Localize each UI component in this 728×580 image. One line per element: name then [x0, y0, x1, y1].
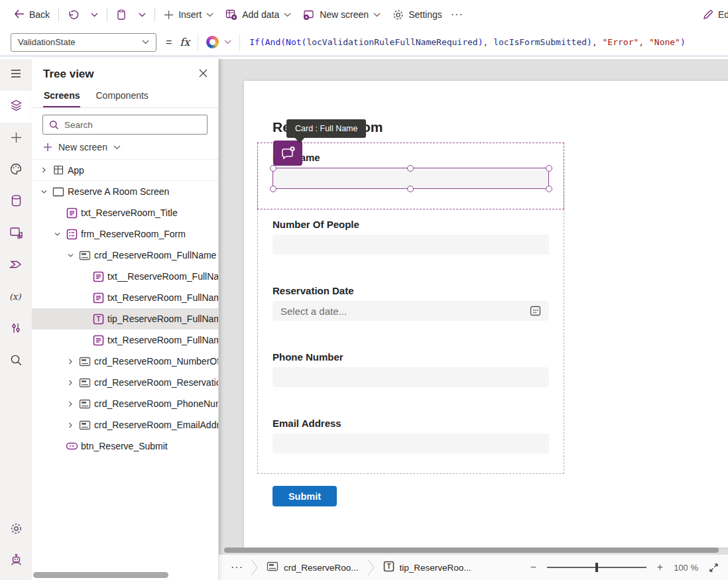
undo-dropdown-chevron[interactable] [85, 4, 104, 25]
formula-segment: If(And(Not( [249, 37, 306, 47]
fit-to-window-icon[interactable] [709, 563, 719, 573]
rail-virtual-agent-icon[interactable] [0, 546, 32, 577]
tree-item-label: txt__ReserveRoom_FullNameRequired [107, 271, 218, 282]
edit-button[interactable]: Edit [703, 0, 728, 29]
expander-closed-icon[interactable] [65, 379, 76, 386]
rail-insert-icon[interactable] [0, 123, 32, 154]
rail-data-icon[interactable] [0, 186, 32, 218]
field-label: Email Address [273, 418, 341, 429]
tree-item[interactable]: crd_ReserveRoom_ReservationDate [32, 372, 218, 393]
insert-button[interactable]: Insert [158, 4, 219, 25]
top-toolbar: Back Insert Add data New screen Settings… [0, 0, 728, 29]
zoom-slider[interactable] [547, 567, 646, 568]
panel-horizontal-scrollbar[interactable] [33, 572, 168, 578]
tree-item[interactable]: btn_Reserve_Submit [32, 435, 218, 457]
panel-title: Tree view [43, 68, 94, 81]
selection-handle[interactable] [270, 165, 276, 172]
calendar-icon[interactable] [530, 306, 541, 316]
rail-search-icon[interactable] [0, 345, 32, 377]
undo-button[interactable] [62, 4, 85, 25]
paste-button[interactable] [110, 4, 133, 25]
rail-theme-icon[interactable] [0, 154, 32, 186]
tree-item[interactable]: Reserve A Room Screen [32, 181, 218, 202]
scrollbar-thumb[interactable] [224, 548, 719, 553]
rail-media-icon[interactable] [0, 218, 32, 250]
tree-item[interactable]: crd_ReserveRoom_EmailAddress [32, 414, 218, 435]
toolbar-overflow-button[interactable]: ··· [448, 4, 466, 25]
zoom-in-button[interactable]: + [657, 561, 663, 573]
zoom-out-button[interactable]: − [530, 561, 536, 573]
add-data-button[interactable]: Add data [219, 4, 297, 25]
rail-power-automate-icon[interactable] [0, 250, 32, 282]
settings-button[interactable]: Settings [387, 4, 448, 25]
search-icon [10, 354, 23, 369]
field-placeholder: Select a date... [280, 306, 347, 317]
field-input[interactable] [273, 434, 549, 453]
selection-handle[interactable] [546, 165, 552, 172]
submit-button[interactable]: Submit [273, 486, 337, 506]
field-input[interactable] [273, 367, 549, 387]
expander-closed-icon[interactable] [65, 358, 76, 365]
expander-open-icon[interactable] [52, 231, 62, 238]
fx-label: fx [180, 36, 190, 48]
plus-icon [43, 143, 52, 152]
paste-dropdown-chevron[interactable] [133, 4, 152, 25]
expander-closed-icon[interactable] [65, 422, 76, 429]
button-icon [65, 442, 78, 450]
tab-screens[interactable]: Screens [43, 87, 80, 107]
rail-tree-view-icon[interactable] [0, 91, 32, 123]
tree-item[interactable]: txt__ReserveRoom_FullNameRequired [32, 266, 218, 287]
close-panel-button[interactable] [199, 68, 208, 80]
field-input[interactable]: Select a date... [273, 301, 549, 321]
canvas-page[interactable]: Reserve A Room Full Name Card : Full Nam… [244, 81, 728, 548]
tab-components[interactable]: Components [95, 87, 149, 107]
search-input[interactable]: Search [42, 115, 208, 135]
tree-item[interactable]: crd_ReserveRoom_FullName [32, 245, 218, 266]
new-screen-button[interactable]: New screen [297, 4, 387, 25]
tree-item[interactable]: txt_ReserveRoom_Title [32, 202, 218, 223]
selection-handle[interactable] [546, 186, 552, 192]
selection-handle[interactable] [407, 165, 414, 172]
selection-handle[interactable] [270, 186, 276, 192]
tree-item[interactable]: crd_ReserveRoom_NumberOfPeople [32, 351, 218, 372]
add-data-label: Add data [242, 9, 279, 20]
canvas-horizontal-scrollbar[interactable] [224, 548, 721, 553]
card-icon [78, 357, 91, 367]
tree-item[interactable]: frm_ReserveRoom_Form [32, 223, 218, 245]
chevron-down-icon [284, 13, 291, 17]
variables-icon: (x) [8, 290, 24, 305]
formula-text[interactable]: If(And(Not(locValidationRuleFullNameRequ… [240, 37, 685, 47]
zoom-slider-handle[interactable] [595, 563, 598, 572]
tree-item[interactable]: crd_ReserveRoom_PhoneNumber [32, 393, 218, 414]
copilot-button[interactable] [198, 29, 239, 55]
expander-closed-icon[interactable] [38, 166, 49, 174]
divider [58, 8, 59, 21]
advanced-tools-icon [10, 321, 22, 337]
field-input[interactable] [273, 235, 549, 255]
breadcrumb-overflow-button[interactable]: ··· [228, 561, 246, 573]
insert-label: Insert [178, 9, 202, 20]
property-selector[interactable]: ValidationState [11, 33, 156, 52]
expander-open-icon[interactable] [38, 188, 49, 196]
clipboard-icon [116, 9, 127, 21]
tree-item[interactable]: App [32, 160, 218, 181]
tree-item[interactable]: txt_ReserveRoom_FullNameErrorMessage [32, 287, 218, 308]
expander-open-icon[interactable] [65, 252, 76, 259]
breadcrumb-item[interactable]: Ttip_ReserveRoo... [379, 561, 475, 574]
tree-item-label: crd_ReserveRoom_ReservationDate [94, 377, 218, 388]
rail-settings-icon[interactable] [0, 514, 32, 546]
tree-item[interactable]: txt_ReserveRoom_FullNameTitle [32, 329, 218, 351]
selection-handle[interactable] [407, 186, 414, 192]
back-button[interactable]: Back [8, 4, 56, 25]
expander-closed-icon[interactable] [65, 400, 76, 408]
rail-advanced-tools-icon[interactable] [0, 314, 32, 345]
new-screen-tree-button[interactable]: New screen [32, 136, 218, 160]
tree-item[interactable]: Ttip_ReserveRoom_FullNameValue [32, 308, 218, 329]
comment-badge-button[interactable] [273, 141, 302, 166]
rail-menu-icon[interactable] [0, 59, 32, 91]
breadcrumb-item[interactable]: crd_ReserveRoo... [263, 561, 363, 573]
theme-icon [9, 162, 23, 178]
tree-item-label: btn_Reserve_Submit [81, 441, 168, 451]
rail-variables-icon[interactable]: (x) [0, 282, 32, 314]
formula-segment: ) [478, 37, 483, 47]
